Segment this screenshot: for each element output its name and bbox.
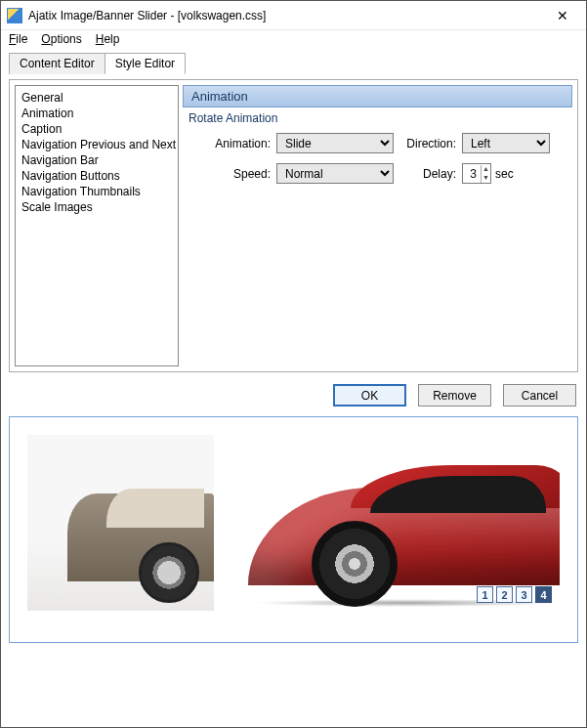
menu-options[interactable]: OptionsOptions xyxy=(41,32,81,46)
menu-file[interactable]: FFileile xyxy=(9,32,27,46)
category-list: General Animation Caption Navigation Pre… xyxy=(15,85,179,366)
group-label: Rotate Animation xyxy=(183,107,572,127)
settings-pane: Animation Rotate Animation Animation: Sl… xyxy=(183,85,572,366)
pager-4[interactable]: 4 xyxy=(535,586,552,603)
slide-image-right xyxy=(214,435,560,611)
speed-select[interactable]: Normal xyxy=(276,163,394,184)
ok-button[interactable]: OK xyxy=(333,384,406,407)
delay-wrap: ▲▼ sec xyxy=(462,163,550,184)
animation-select[interactable]: Slide xyxy=(276,133,394,153)
close-icon: ✕ xyxy=(557,8,568,23)
sidebar-item-animation[interactable]: Animation xyxy=(21,106,172,121)
style-editor-panel: General Animation Caption Navigation Pre… xyxy=(9,79,578,372)
direction-label: Direction: xyxy=(394,137,462,150)
pager-3[interactable]: 3 xyxy=(516,586,532,603)
title-bar: Ajatix Image/Banner Slider - [volkswagen… xyxy=(1,1,586,30)
pager-1[interactable]: 1 xyxy=(477,586,493,603)
delay-label: Delay: xyxy=(394,167,462,181)
form-area: Animation: Slide Direction: Left Speed: … xyxy=(183,127,572,190)
app-icon xyxy=(7,8,22,23)
preview-panel: 1 2 3 4 xyxy=(9,416,578,643)
chevron-up-icon[interactable]: ▲ xyxy=(482,165,490,174)
slide-stage xyxy=(27,435,560,611)
chevron-down-icon[interactable]: ▼ xyxy=(482,174,490,183)
delay-unit: sec xyxy=(495,167,514,181)
pager-2[interactable]: 2 xyxy=(496,586,513,603)
delay-spinner[interactable]: ▲▼ xyxy=(462,163,491,184)
sidebar-item-nav-bar[interactable]: Navigation Bar xyxy=(21,152,172,168)
window-title: Ajatix Image/Banner Slider - [volkswagen… xyxy=(28,9,543,22)
pager: 1 2 3 4 xyxy=(477,586,552,603)
section-header: Animation xyxy=(183,85,572,107)
dialog-buttons: OK Remove Cancel xyxy=(9,378,578,410)
sidebar-item-nav-buttons[interactable]: Navigation Buttons xyxy=(21,168,172,184)
sidebar-item-scale-images[interactable]: Scale Images xyxy=(21,199,172,215)
menu-bar: FFileile OptionsOptions HelpHelp xyxy=(1,30,586,50)
delay-input[interactable] xyxy=(463,165,481,183)
remove-button[interactable]: Remove xyxy=(418,384,491,407)
spinner-arrows[interactable]: ▲▼ xyxy=(481,165,490,183)
speed-label: Speed: xyxy=(189,167,276,181)
sidebar-item-caption[interactable]: Caption xyxy=(21,121,172,137)
cancel-button[interactable]: Cancel xyxy=(503,384,576,407)
slide-image-left xyxy=(27,435,214,611)
close-button[interactable]: ✕ xyxy=(543,2,582,29)
tab-strip: Content Editor Style Editor xyxy=(9,52,578,73)
direction-select[interactable]: Left xyxy=(462,133,550,153)
client-area: Content Editor Style Editor General Anim… xyxy=(1,50,586,727)
menu-help[interactable]: HelpHelp xyxy=(96,32,120,46)
tab-content-editor[interactable]: Content Editor xyxy=(9,53,105,74)
sidebar-item-general[interactable]: General xyxy=(21,90,172,106)
sidebar-item-nav-thumbs[interactable]: Navigation Thumbnails xyxy=(21,184,172,199)
animation-label: Animation: xyxy=(189,137,276,150)
sidebar-item-nav-prev-next[interactable]: Navigation Previous and Next xyxy=(21,137,172,152)
tab-style-editor[interactable]: Style Editor xyxy=(105,53,186,74)
